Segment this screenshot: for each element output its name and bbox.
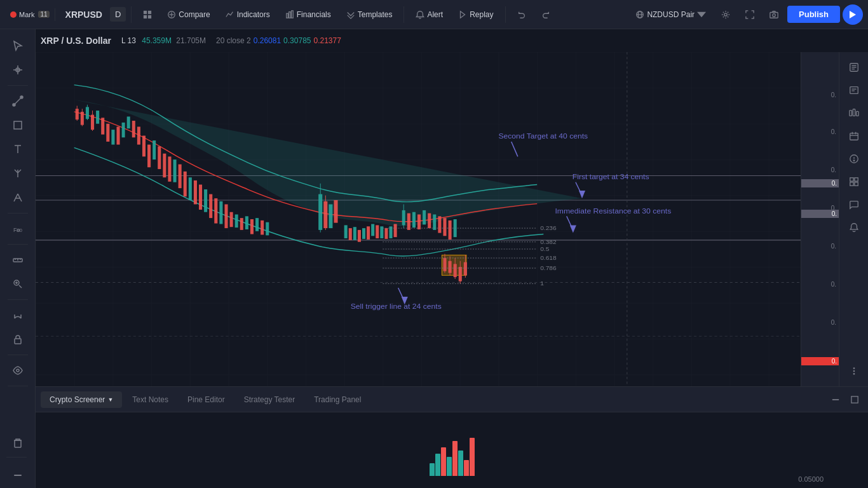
svg-rect-91: [224, 205, 227, 229]
collapse-button[interactable]: [6, 460, 29, 483]
fullscreen-button[interactable]: [739, 7, 761, 22]
svg-point-182: [853, 370, 855, 372]
tab-text-notes[interactable]: Text Notes: [123, 391, 177, 408]
svg-rect-78: [158, 146, 161, 169]
svg-rect-120: [407, 214, 410, 230]
trash-tool[interactable]: [6, 431, 29, 454]
replay-button[interactable]: Replay: [452, 7, 499, 22]
bottom-price-label: 0.05000: [798, 475, 824, 483]
chat-button[interactable]: [844, 194, 864, 215]
layout-button[interactable]: [844, 172, 864, 192]
tab-strategy-tester[interactable]: Strategy Tester: [235, 391, 304, 408]
svg-rect-104: [329, 205, 332, 229]
minimize-panel-button[interactable]: [827, 391, 844, 408]
lock-tool[interactable]: [6, 328, 29, 351]
svg-rect-46: [15, 339, 21, 344]
svg-rect-3: [148, 15, 151, 18]
more-options-button[interactable]: [844, 361, 864, 381]
svg-rect-169: [856, 111, 858, 116]
svg-rect-112: [371, 224, 374, 236]
svg-rect-170: [850, 133, 857, 140]
tool-sep5: [8, 355, 28, 355]
svg-rect-180: [854, 182, 857, 186]
alert-button[interactable]: Alert: [409, 7, 449, 22]
redo-button[interactable]: [535, 7, 557, 22]
mini-bar-4: [447, 457, 452, 476]
sep3: [505, 6, 506, 23]
svg-rect-77: [153, 140, 156, 159]
svg-rect-84: [189, 177, 192, 200]
undo-button[interactable]: [511, 7, 532, 22]
screenshot-button[interactable]: [763, 7, 785, 22]
ideastream-button[interactable]: [844, 149, 864, 169]
left-sidebar: Fo80: [0, 29, 36, 488]
templates-button[interactable]: Templates: [340, 7, 399, 22]
multi-tool[interactable]: [6, 186, 29, 209]
svg-text:First target at 34 cents: First target at 34 cents: [573, 172, 649, 180]
svg-rect-177: [850, 178, 853, 181]
compare-button[interactable]: Compare: [161, 7, 216, 22]
pair-selector-button[interactable]: NZDUSD Pair: [629, 7, 712, 22]
play-button[interactable]: [843, 4, 863, 25]
svg-rect-74: [137, 126, 140, 144]
svg-rect-15: [770, 12, 778, 18]
screener-button[interactable]: [844, 103, 864, 123]
financials-button[interactable]: Financials: [279, 7, 337, 22]
news-button[interactable]: [844, 80, 864, 100]
svg-rect-108: [353, 227, 356, 240]
svg-rect-86: [199, 185, 202, 210]
alerts-sidebar-button[interactable]: [844, 217, 864, 238]
bottom-tabs-bar: Crypto Screener ▼ Text Notes Pine Editor…: [36, 387, 868, 412]
trend-line-tool[interactable]: [6, 90, 29, 112]
svg-rect-80: [168, 156, 171, 181]
svg-rect-125: [433, 214, 436, 229]
cursor-tool[interactable]: [6, 34, 29, 57]
calendar-button[interactable]: [844, 126, 864, 146]
svg-rect-97: [255, 218, 259, 231]
zoom-tool[interactable]: [6, 273, 29, 295]
svg-rect-122: [417, 214, 421, 229]
svg-rect-70: [116, 126, 119, 144]
text-tool[interactable]: [6, 138, 29, 161]
watchlist-button[interactable]: [844, 57, 864, 78]
magnet-tool[interactable]: [6, 304, 29, 327]
chart-row: Second Target at 40 cents First target a…: [36, 52, 868, 386]
svg-text:0.786: 0.786: [540, 264, 556, 271]
svg-rect-164: [850, 87, 857, 94]
tab-pine-editor[interactable]: Pine Editor: [179, 391, 234, 408]
indicators-button[interactable]: Indicators: [219, 7, 276, 22]
chart-canvas-area[interactable]: Second Target at 40 cents First target a…: [36, 52, 801, 386]
crypto-screener-chevron: ▼: [107, 396, 113, 403]
fork-tool[interactable]: [6, 162, 29, 185]
settings-button[interactable]: [715, 7, 736, 22]
main-toolbar: Mark 11 XRPUSD D Compare Indicators Fina…: [0, 0, 868, 29]
mini-bar-1: [430, 463, 435, 476]
svg-rect-24: [14, 121, 22, 129]
svg-rect-106: [344, 225, 348, 238]
svg-text:Second Target at 40 cents: Second Target at 40 cents: [498, 132, 588, 140]
svg-rect-123: [423, 210, 426, 225]
tab-crypto-screener[interactable]: Crypto Screener ▼: [41, 391, 122, 408]
tab-trading-panel[interactable]: Trading Panel: [305, 391, 370, 408]
ruler-tool[interactable]: [6, 248, 29, 271]
svg-rect-184: [832, 399, 839, 400]
fib-tool[interactable]: Fo80: [6, 217, 29, 240]
bottom-content: 0.05000: [36, 412, 868, 488]
svg-rect-124: [428, 214, 431, 228]
crosshair-tool[interactable]: [6, 58, 29, 81]
maximize-panel-button[interactable]: [846, 391, 863, 408]
svg-point-22: [13, 104, 15, 106]
brand-logo[interactable]: Mark 11: [5, 8, 55, 21]
svg-point-181: [853, 367, 855, 369]
publish-button[interactable]: Publish: [787, 6, 840, 23]
interval-selector[interactable]: D: [110, 7, 126, 22]
svg-rect-8: [288, 11, 290, 18]
eye-tool[interactable]: [6, 359, 29, 382]
svg-rect-126: [438, 216, 441, 233]
price-label-3: 0.: [831, 166, 836, 173]
shape-tool[interactable]: [6, 114, 29, 137]
svg-rect-9: [291, 10, 293, 17]
multi-chart-button[interactable]: [137, 7, 158, 22]
symbol-label[interactable]: XRPUSD: [60, 7, 107, 22]
svg-rect-128: [449, 220, 452, 240]
